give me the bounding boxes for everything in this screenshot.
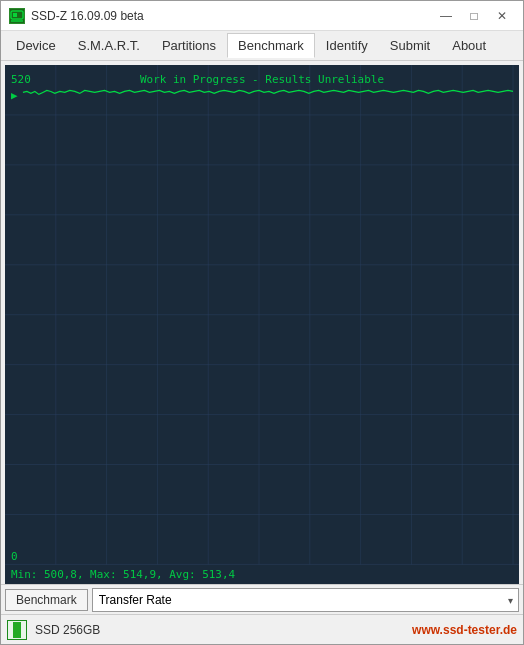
menu-item-partitions[interactable]: Partitions bbox=[151, 33, 227, 58]
chart-area: 520 0 Work in Progress - Results Unrelia… bbox=[5, 65, 519, 584]
svg-rect-3 bbox=[5, 65, 519, 584]
menu-item-identify[interactable]: Identify bbox=[315, 33, 379, 58]
device-name: SSD 256GB bbox=[35, 623, 100, 637]
svg-rect-1 bbox=[13, 13, 17, 17]
title-bar-left: SSD-Z 16.09.09 beta bbox=[9, 8, 144, 24]
ssd-indicator bbox=[13, 622, 21, 638]
svg-text:520: 520 bbox=[11, 73, 31, 86]
app-window: SSD-Z 16.09.09 beta — □ ✕ Device S.M.A.R… bbox=[0, 0, 524, 645]
minimize-button[interactable]: — bbox=[433, 6, 459, 26]
dropdown-wrapper: Transfer Rate Access Time IOPS ▾ bbox=[92, 588, 519, 612]
svg-text:Min: 500,8, Max: 514,9, Avg: 5: Min: 500,8, Max: 514,9, Avg: 513,4 bbox=[11, 568, 236, 581]
menu-item-about[interactable]: About bbox=[441, 33, 497, 58]
menu-bar: Device S.M.A.R.T. Partitions Benchmark I… bbox=[1, 31, 523, 61]
bottom-controls: Benchmark Transfer Rate Access Time IOPS… bbox=[1, 584, 523, 614]
transfer-type-dropdown[interactable]: Transfer Rate Access Time IOPS bbox=[92, 588, 519, 612]
window-controls: — □ ✕ bbox=[433, 6, 515, 26]
device-icon bbox=[7, 620, 27, 640]
status-bar: SSD 256GB www.ssd-tester.de bbox=[1, 614, 523, 644]
menu-item-smart[interactable]: S.M.A.R.T. bbox=[67, 33, 151, 58]
svg-text:▶: ▶ bbox=[11, 89, 18, 102]
window-title: SSD-Z 16.09.09 beta bbox=[31, 9, 144, 23]
menu-item-submit[interactable]: Submit bbox=[379, 33, 441, 58]
menu-item-device[interactable]: Device bbox=[5, 33, 67, 58]
app-icon bbox=[9, 8, 25, 24]
title-bar: SSD-Z 16.09.09 beta — □ ✕ bbox=[1, 1, 523, 31]
benchmark-chart: 520 0 Work in Progress - Results Unrelia… bbox=[5, 65, 519, 584]
svg-text:Work in Progress - Results Unr: Work in Progress - Results Unreliable bbox=[140, 73, 384, 86]
svg-text:0: 0 bbox=[11, 550, 18, 563]
status-left: SSD 256GB bbox=[7, 620, 100, 640]
menu-item-benchmark[interactable]: Benchmark bbox=[227, 33, 315, 58]
maximize-button[interactable]: □ bbox=[461, 6, 487, 26]
close-button[interactable]: ✕ bbox=[489, 6, 515, 26]
brand-url: www.ssd-tester.de bbox=[412, 623, 517, 637]
benchmark-button[interactable]: Benchmark bbox=[5, 589, 88, 611]
